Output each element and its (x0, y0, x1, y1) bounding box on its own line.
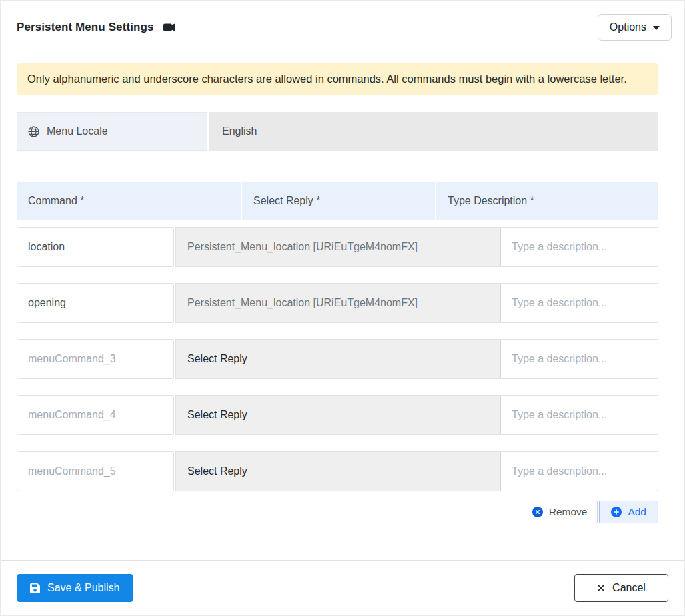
command-input[interactable] (17, 283, 174, 323)
menu-locale-label: Menu Locale (47, 125, 108, 137)
table-row: Select Reply (17, 339, 658, 379)
remove-button-label: Remove (549, 506, 588, 518)
x-circle-icon (532, 507, 543, 517)
column-header-type-description: Type Description * (436, 182, 658, 220)
table-row: Select Reply (17, 395, 658, 435)
description-input[interactable] (501, 283, 658, 323)
globe-icon (28, 126, 39, 137)
caret-down-icon (653, 26, 660, 30)
table-row: Persistent_Menu_location [URiEuTgeM4nomF… (17, 283, 658, 323)
select-reply-value: Select Reply (187, 353, 247, 365)
header: Persistent Menu Settings Options (1, 1, 684, 53)
title-wrap: Persistent Menu Settings (17, 21, 175, 34)
column-header-select-reply: Select Reply * (242, 182, 435, 220)
page-title: Persistent Menu Settings (17, 21, 154, 34)
cancel-button[interactable]: Cancel (574, 574, 668, 602)
description-input[interactable] (501, 227, 658, 267)
options-button-label: Options (610, 21, 646, 33)
command-input[interactable] (17, 339, 174, 379)
select-reply-field[interactable]: Select Reply (175, 339, 501, 379)
table-row: Select Reply (17, 451, 658, 491)
x-icon (597, 584, 605, 592)
plus-circle-icon (611, 507, 622, 517)
select-reply-value: Persistent_Menu_location [URiEuTgeM4nomF… (187, 241, 418, 253)
command-input[interactable] (17, 451, 174, 491)
command-input[interactable] (17, 395, 174, 435)
table-body: Persistent_Menu_location [URiEuTgeM4nomF… (17, 227, 658, 491)
video-camera-icon (163, 21, 175, 33)
select-reply-field[interactable]: Select Reply (175, 451, 501, 491)
menu-locale-select[interactable]: English (209, 112, 658, 151)
table-row: Persistent_Menu_location [URiEuTgeM4nomF… (17, 227, 658, 267)
table-header-row: Command * Select Reply * Type Descriptio… (17, 182, 658, 220)
cancel-button-label: Cancel (612, 582, 646, 594)
footer: Save & Publish Cancel (1, 560, 684, 615)
menu-locale-value: English (222, 125, 257, 137)
menu-locale-label-cell: Menu Locale (17, 112, 207, 151)
save-publish-button[interactable]: Save & Publish (17, 574, 133, 602)
select-reply-value: Select Reply (187, 409, 247, 421)
select-reply-field[interactable]: Persistent_Menu_location [URiEuTgeM4nomF… (175, 283, 501, 323)
remove-row-button[interactable]: Remove (522, 501, 598, 523)
commands-table: Command * Select Reply * Type Descriptio… (17, 182, 658, 491)
select-reply-field[interactable]: Select Reply (175, 395, 501, 435)
add-button-label: Add (628, 506, 646, 518)
description-input[interactable] (501, 339, 658, 379)
persistent-menu-settings-panel: Persistent Menu Settings Options Only al… (0, 0, 685, 616)
save-publish-label: Save & Publish (47, 582, 120, 594)
options-button[interactable]: Options (598, 14, 672, 41)
select-reply-value: Select Reply (187, 465, 247, 477)
save-icon (30, 583, 40, 593)
menu-locale-row: Menu Locale English (17, 112, 658, 151)
command-input[interactable] (17, 227, 174, 267)
select-reply-field[interactable]: Persistent_Menu_location [URiEuTgeM4nomF… (175, 227, 501, 267)
description-input[interactable] (501, 451, 658, 491)
warning-banner-text: Only alphanumeric and underscore charact… (27, 73, 627, 85)
column-header-command: Command * (17, 182, 241, 220)
warning-banner: Only alphanumeric and underscore charact… (17, 63, 658, 95)
add-row-button[interactable]: Add (599, 501, 658, 523)
select-reply-value: Persistent_Menu_location [URiEuTgeM4nomF… (187, 297, 418, 309)
row-actions: Remove Add (17, 501, 658, 523)
description-input[interactable] (501, 395, 658, 435)
